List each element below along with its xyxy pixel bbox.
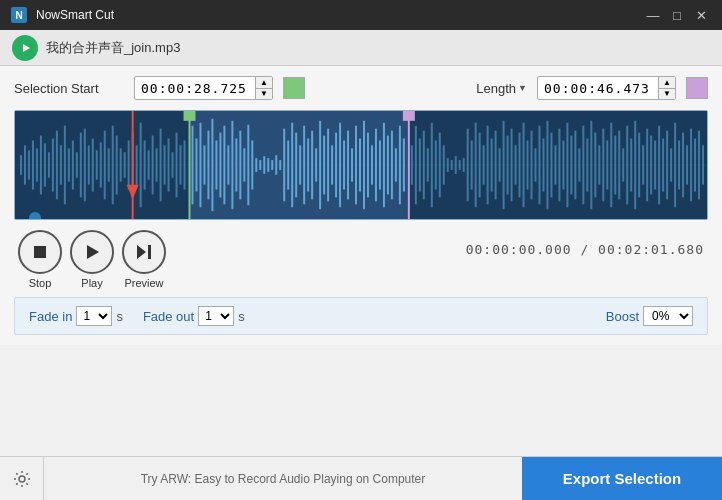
selection-start-color[interactable] [283, 77, 305, 99]
svg-rect-141 [562, 140, 564, 189]
progress-dot[interactable] [29, 212, 41, 220]
stop-button[interactable]: Stop [18, 230, 62, 289]
svg-rect-138 [550, 133, 552, 198]
svg-rect-37 [144, 140, 146, 189]
svg-rect-154 [614, 136, 616, 195]
svg-rect-91 [359, 138, 361, 191]
svg-rect-41 [160, 129, 162, 202]
settings-button[interactable] [0, 457, 44, 501]
svg-rect-93 [367, 133, 369, 198]
minimize-button[interactable]: — [642, 4, 664, 26]
preview-button[interactable]: Preview [122, 230, 166, 289]
length-group: Length ▼ ▲ ▼ [476, 76, 708, 100]
fade-in-select[interactable]: 1235 [76, 306, 112, 326]
stop-circle [18, 230, 62, 274]
length-input[interactable] [538, 78, 658, 99]
preview-circle [122, 230, 166, 274]
boost-group: Boost 0%10%20%50% [606, 306, 693, 326]
svg-rect-125 [499, 148, 501, 181]
boost-label: Boost [606, 309, 639, 324]
play-button[interactable]: Play [70, 230, 114, 289]
close-button[interactable]: ✕ [690, 4, 712, 26]
length-up[interactable]: ▲ [659, 77, 675, 88]
svg-rect-72 [283, 129, 285, 202]
svg-rect-111 [443, 145, 445, 184]
svg-rect-9 [32, 140, 34, 189]
length-down[interactable]: ▼ [659, 88, 675, 99]
svg-rect-33 [128, 140, 130, 189]
svg-rect-167 [666, 131, 668, 200]
svg-rect-59 [231, 121, 233, 209]
main-content: Selection Start ▲ ▼ Length ▼ ▲ ▼ [0, 66, 722, 345]
file-header: 我的合并声音_join.mp3 [0, 30, 722, 66]
file-name: 我的合并声音_join.mp3 [46, 39, 180, 57]
svg-rect-103 [411, 145, 413, 184]
svg-rect-159 [634, 121, 636, 209]
waveform-container[interactable] [14, 110, 708, 220]
selection-start-down[interactable]: ▼ [256, 88, 272, 99]
svg-rect-143 [570, 136, 572, 195]
svg-rect-57 [223, 126, 225, 205]
svg-rect-147 [586, 138, 588, 191]
svg-rect-150 [598, 145, 600, 184]
svg-rect-27 [104, 131, 106, 200]
svg-rect-10 [36, 148, 38, 181]
svg-rect-127 [507, 136, 509, 195]
selection-start-input[interactable] [135, 78, 255, 99]
svg-rect-153 [610, 123, 612, 207]
svg-rect-80 [315, 148, 317, 181]
svg-rect-73 [287, 140, 289, 189]
svg-rect-45 [176, 133, 178, 198]
svg-rect-53 [207, 131, 209, 200]
svg-rect-32 [124, 152, 126, 178]
fade-in-unit: s [116, 309, 123, 324]
svg-rect-69 [271, 160, 273, 170]
svg-rect-168 [670, 148, 672, 181]
svg-rect-31 [120, 148, 122, 181]
svg-rect-42 [164, 145, 166, 184]
svg-rect-155 [618, 131, 620, 200]
promo-text: Try ARW: Easy to Record Audio Playing on… [44, 472, 522, 486]
svg-rect-26 [100, 142, 102, 187]
selection-start-up[interactable]: ▲ [256, 77, 272, 88]
svg-rect-82 [323, 136, 325, 195]
svg-rect-17 [64, 126, 66, 205]
svg-rect-12 [44, 143, 46, 186]
svg-rect-19 [72, 140, 74, 189]
file-icon [12, 35, 38, 61]
svg-rect-176 [702, 145, 704, 184]
selection-row: Selection Start ▲ ▼ Length ▼ ▲ ▼ [14, 76, 708, 100]
svg-rect-164 [654, 140, 656, 189]
export-selection-button[interactable]: Export Selection [522, 457, 722, 501]
length-end-color[interactable] [686, 77, 708, 99]
svg-rect-96 [379, 140, 381, 189]
svg-rect-163 [650, 136, 652, 195]
svg-rect-11 [40, 136, 42, 195]
maximize-button[interactable]: □ [666, 4, 688, 26]
svg-rect-158 [630, 138, 632, 191]
svg-rect-106 [423, 131, 425, 200]
svg-rect-98 [387, 136, 389, 195]
svg-rect-133 [531, 131, 533, 200]
svg-rect-108 [431, 123, 433, 207]
svg-rect-38 [148, 150, 150, 179]
svg-rect-65 [255, 158, 257, 172]
svg-marker-185 [137, 245, 146, 259]
svg-rect-99 [391, 131, 393, 200]
svg-rect-115 [459, 160, 461, 170]
svg-rect-166 [662, 138, 664, 191]
svg-rect-174 [694, 138, 696, 191]
svg-rect-92 [363, 121, 365, 209]
svg-rect-137 [546, 121, 548, 209]
svg-rect-122 [487, 126, 489, 205]
svg-rect-87 [343, 140, 345, 189]
svg-rect-139 [554, 145, 556, 184]
length-spinner: ▲ ▼ [658, 77, 675, 99]
fade-out-select[interactable]: 1235 [198, 306, 234, 326]
boost-select[interactable]: 0%10%20%50% [643, 306, 693, 326]
svg-rect-88 [347, 131, 349, 200]
length-dropdown[interactable]: Length ▼ [476, 81, 527, 96]
svg-rect-68 [267, 158, 269, 172]
svg-rect-169 [674, 123, 676, 207]
title-bar-left: N NowSmart Cut [10, 6, 114, 24]
